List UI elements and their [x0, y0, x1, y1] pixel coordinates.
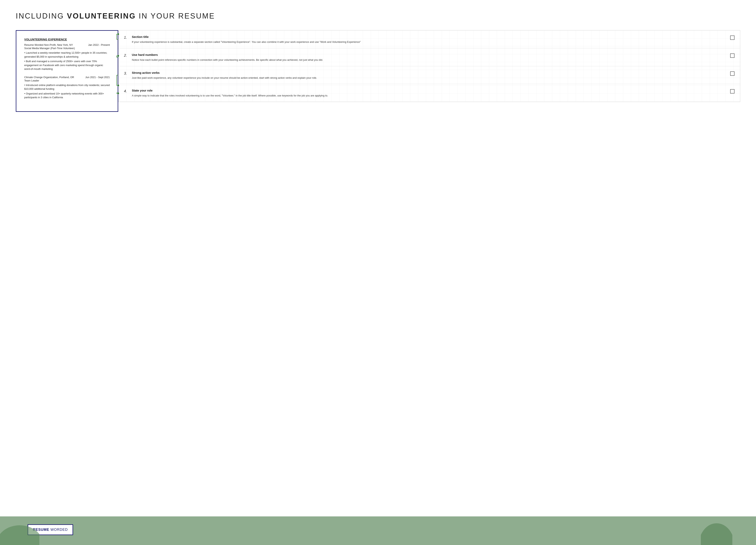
entry-1-date: Jan 2022 - Present — [88, 43, 110, 46]
footer-section: RESUME WORDED — [0, 516, 756, 545]
resume-panel: VOLUNTEERING EXPERIENCE Resume Worded No… — [16, 30, 118, 112]
entry-2-org: Climate Change Organization, Portland, O… — [24, 76, 74, 79]
tip-item-2: 2. Use hard numbers Notice how each bull… — [118, 48, 740, 66]
resume-section-title: VOLUNTEERING EXPERIENCE — [24, 38, 110, 41]
svg-point-4 — [0, 525, 39, 545]
tip-item-4: 4. State your role A simple way to indic… — [118, 84, 740, 102]
tip-4-description: A simple way to indicate that the roles … — [132, 94, 727, 98]
title-suffix: IN YOUR RESUME — [136, 12, 215, 20]
entry-1-bullet-2: • Built and managed a community of 2500+… — [24, 59, 110, 71]
tip-item-1: 1. Section title If your volunteering ex… — [118, 30, 740, 48]
entry-2-role: Team Leader — [24, 79, 110, 82]
entry-2-header: Climate Change Organization, Portland, O… — [24, 76, 110, 79]
tip-2-title: Use hard numbers — [132, 53, 727, 56]
entry-1-role: Social Media Manager (Part-Time Voluntee… — [24, 47, 110, 50]
tip-1-description: If your volunteering experience is subst… — [132, 40, 727, 44]
tip-1-body: Section title If your volunteering exper… — [132, 35, 727, 44]
tip-4-body: State your role A simple way to indicate… — [132, 89, 727, 98]
tip-4-number: 4. — [124, 89, 132, 93]
tip-4-checkbox[interactable] — [730, 89, 735, 93]
tip-3-number: 3. — [124, 71, 132, 76]
tip-3-checkbox[interactable] — [730, 71, 735, 76]
tip-2-checkbox[interactable] — [730, 53, 735, 58]
resume-entry-1: Resume Worded Non-Profit, New York, NY J… — [24, 43, 110, 71]
tip-item-3: 3. Strong action verbs Just like paid wo… — [118, 66, 740, 84]
green-decoration-left — [0, 506, 39, 545]
tip-2-body: Use hard numbers Notice how each bullet … — [132, 53, 727, 62]
content-row: VOLUNTEERING EXPERIENCE Resume Worded No… — [16, 30, 740, 112]
tip-3-title: Strong action verbs — [132, 71, 727, 74]
main-content: INCLUDING VOLUNTEERING IN YOUR RESUME VO… — [0, 0, 756, 516]
page-wrapper: INCLUDING VOLUNTEERING IN YOUR RESUME VO… — [0, 0, 756, 545]
tip-2-number: 2. — [124, 53, 132, 58]
tip-4-title: State your role — [132, 89, 727, 92]
entry-1-org: Resume Worded Non-Profit, New York, NY — [24, 43, 73, 46]
page-title: INCLUDING VOLUNTEERING IN YOUR RESUME — [16, 12, 740, 20]
entry-2-bullet-1: • Introduced online platform enabling do… — [24, 83, 110, 91]
tip-1-title: Section title — [132, 35, 727, 38]
entry-2-bullet-2: • Organized and advertised 10+ quarterly… — [24, 92, 110, 99]
tip-2-description: Notice how each bullet point references … — [132, 58, 727, 62]
tip-1-checkbox[interactable] — [730, 35, 735, 40]
svg-point-5 — [701, 523, 732, 545]
title-prefix: INCLUDING — [16, 12, 67, 20]
tip-1-number: 1. — [124, 35, 132, 40]
tip-3-body: Strong action verbs Just like paid work … — [132, 71, 727, 80]
resume-entry-2: Climate Change Organization, Portland, O… — [24, 76, 110, 99]
entry-2-date: Jun 2021 - Sept 2021 — [85, 76, 110, 79]
tips-panel: 1. Section title If your volunteering ex… — [118, 30, 740, 102]
entry-1-bullet-1: • Launched a weekly newsletter reaching … — [24, 51, 110, 59]
tip-3-description: Just like paid work experience, any volu… — [132, 76, 727, 80]
green-decoration-right — [701, 510, 732, 545]
title-bold: VOLUNTEERING — [67, 12, 136, 20]
brand-worded: WORDED — [50, 528, 68, 532]
entry-1-header: Resume Worded Non-Profit, New York, NY J… — [24, 43, 110, 46]
